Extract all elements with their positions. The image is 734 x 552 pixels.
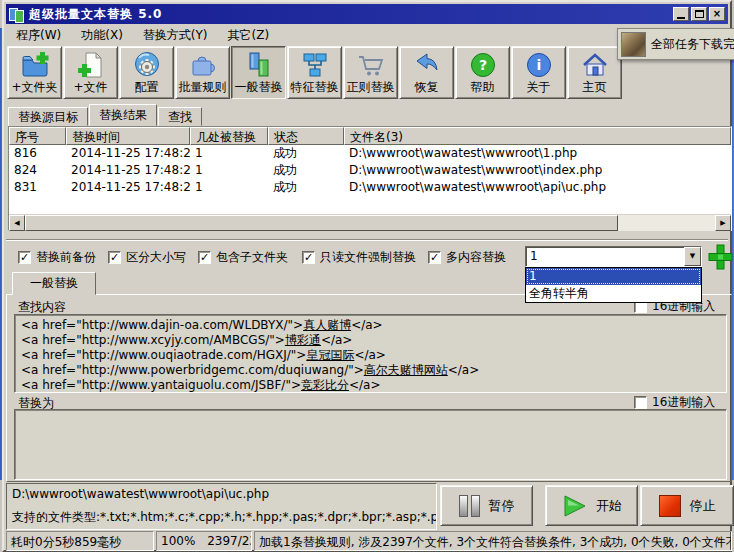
find-line-prefix: <a href="http://www.dajin-oa.com/WLDBYX/… [21, 318, 303, 332]
find-line-prefix: <a href="http://www.yantaiguolu.com/JSBF… [21, 378, 301, 392]
minimize-button[interactable] [673, 7, 689, 21]
tab-general-replace[interactable]: 一般替换 [12, 272, 96, 295]
minimize-icon [677, 17, 685, 19]
toolbar-button-label: 关于 [527, 80, 551, 95]
menu-functions[interactable]: 功能(X) [71, 25, 133, 46]
separator [6, 239, 728, 241]
column-header[interactable]: 序号 [9, 127, 66, 145]
menu-program[interactable]: 程序(W) [6, 25, 71, 46]
about-button[interactable]: i关于 [511, 46, 566, 99]
add-folder-button[interactable]: +文件夹 [7, 46, 62, 99]
stop-button[interactable]: 停止 [640, 485, 734, 526]
chevron-down-icon[interactable]: ▼ [684, 247, 701, 266]
toolbar-button-label: 帮助 [471, 80, 495, 95]
results-tabstrip: 替换源目标替换结果查找 [8, 104, 203, 126]
toolbar-button-label: 主页 [583, 80, 607, 95]
info-icon: i [525, 49, 553, 80]
find-line-suffix: </a> [351, 318, 383, 332]
titlebar[interactable]: 超级批量文本替换 5.0 × [6, 4, 728, 24]
tab-replace-results[interactable]: 替换结果 [89, 104, 157, 126]
start-button[interactable]: 开始 [545, 485, 638, 526]
multi-content-dropdown[interactable]: 1 ▼ [525, 246, 702, 267]
puzzle-icon [189, 49, 217, 80]
maximize-button[interactable] [691, 7, 707, 21]
checkbox-force-replace-readonly[interactable]: ✓只读文件强制替换 [302, 249, 416, 266]
stop-icon [659, 495, 681, 517]
find-line: <a href="http://www.xcyjy.com/AMBCGS/">博… [21, 333, 720, 348]
close-button[interactable]: × [709, 7, 725, 21]
find-line: <a href="http://www.yantaiguolu.com/JSBF… [21, 378, 720, 393]
pause-button[interactable]: 暂停 [440, 485, 533, 526]
column-header[interactable]: 文件名(3) [344, 127, 731, 145]
table-cell: 1 [190, 145, 268, 162]
find-content-input[interactable]: <a href="http://www.dajin-oa.com/WLDBYX/… [14, 314, 727, 393]
home-button[interactable]: 主页 [567, 46, 622, 99]
current-file-panel: D:\wwwroot\wawatest\wwwroot\api\uc.php 支… [6, 483, 437, 530]
toolbar-button-label: 恢复 [415, 80, 439, 95]
pages-replace-icon [245, 49, 273, 80]
tab-find[interactable]: 查找 [158, 107, 202, 126]
status-progress: 100% 2397/2397 [156, 531, 252, 551]
checkbox-include-subfolders[interactable]: ✓包含子文件夹 [198, 249, 288, 266]
find-line-prefix: <a href="http://www.powerbridgemc.com/du… [21, 363, 364, 377]
checkbox-box: ✓ [198, 251, 211, 264]
table-row[interactable]: 8312014-11-25 17:48:261成功D:\wwwroot\wawa… [9, 179, 731, 196]
scroll-left-button[interactable]: ◀ [9, 215, 25, 231]
find-line-anchor-text: 高尔夫赌博网站 [364, 363, 448, 377]
find-line: <a href="http://www.ouqiaotrade.com/HGXJ… [21, 348, 720, 363]
toolbar-button-label: 批量规则 [179, 80, 227, 95]
table-cell: 816 [9, 145, 66, 162]
regex-replace-button[interactable]: 正则替换 [343, 46, 398, 99]
general-replace-button[interactable]: 一般替换 [231, 46, 286, 99]
column-header[interactable]: 状态 [268, 127, 344, 145]
checkbox-label: 包含子文件夹 [216, 249, 288, 266]
add-rule-button[interactable] [706, 243, 734, 270]
table-row[interactable]: 8162014-11-25 17:48:261成功D:\wwwroot\wawa… [9, 145, 731, 162]
scrollbar-thumb[interactable] [25, 215, 618, 231]
dropdown-option[interactable]: 全角转半角 [526, 285, 701, 302]
batch-rules-button[interactable]: 批量规则 [175, 46, 230, 99]
menu-replace-mode[interactable]: 替换方式(Y) [133, 25, 218, 46]
menu-other[interactable]: 其它(Z) [218, 25, 280, 46]
table-cell: 成功 [268, 145, 344, 162]
checkbox-box: ✓ [18, 251, 31, 264]
photo-thumbnail-icon [621, 32, 646, 57]
start-button-label: 开始 [596, 497, 622, 515]
supported-types-text: 支持的文件类型:*.txt;*.htm;*.c;*.cpp;*.h;*.hpp;… [12, 509, 431, 526]
app-window: 超级批量文本替换 5.0 × 程序(W)功能(X)替换方式(Y)其它(Z) +文… [2, 0, 732, 552]
find-line-anchor-text: 博彩通 [285, 333, 321, 347]
toolbar-button-label: +文件夹 [11, 80, 57, 95]
gear-icon [133, 49, 161, 80]
config-button[interactable]: 配置 [119, 46, 174, 99]
column-header[interactable]: 替换时间 [66, 127, 190, 145]
find-line-anchor-text: 真人赌博 [303, 318, 351, 332]
app-icon [9, 7, 25, 22]
restore-button[interactable]: 恢复 [399, 46, 454, 99]
status-bar: 耗时0分5秒859毫秒 100% 2397/2397 加载1条替换规则, 涉及2… [6, 531, 732, 551]
checkbox-multi-content[interactable]: ✓多内容替换 [428, 249, 506, 266]
table-cell: D:\wwwroot\wawatest\wwwroot\index.php [344, 162, 731, 179]
add-file-button[interactable]: +文件 [63, 46, 118, 99]
download-notification[interactable]: 全部任务下载完 [617, 28, 734, 60]
find-line-anchor-text: 竞彩比分 [301, 378, 349, 392]
checkbox-backup-before-replace[interactable]: ✓替换前备份 [18, 249, 96, 266]
horizontal-scrollbar[interactable]: ◀ ▶ [9, 214, 731, 231]
table-row[interactable]: 8242014-11-25 17:48:261成功D:\wwwroot\wawa… [9, 162, 731, 179]
table-cell: 2014-11-25 17:48:26 [66, 145, 190, 162]
feature-replace-button[interactable]: 特征替换 [287, 46, 342, 99]
tab-replace-source[interactable]: 替换源目标 [8, 107, 88, 126]
network-icon [301, 49, 329, 80]
checkbox-case-sensitive[interactable]: ✓区分大小写 [108, 249, 186, 266]
dropdown-value: 1 [526, 247, 684, 266]
scroll-right-button[interactable]: ▶ [715, 215, 731, 231]
checkbox-box [634, 396, 647, 409]
maximize-icon [695, 10, 704, 18]
scrollbar-track[interactable] [25, 215, 715, 231]
replace-content-input[interactable] [14, 409, 727, 480]
table-cell: 2014-11-25 17:48:26 [66, 179, 190, 196]
toolbar-button-label: 特征替换 [291, 80, 339, 95]
column-header[interactable]: 几处被替换 [190, 127, 268, 145]
help-button[interactable]: ?帮助 [455, 46, 510, 99]
dropdown-option[interactable]: 1 [526, 268, 701, 285]
dropdown-list: 1全角转半角 [525, 267, 702, 303]
